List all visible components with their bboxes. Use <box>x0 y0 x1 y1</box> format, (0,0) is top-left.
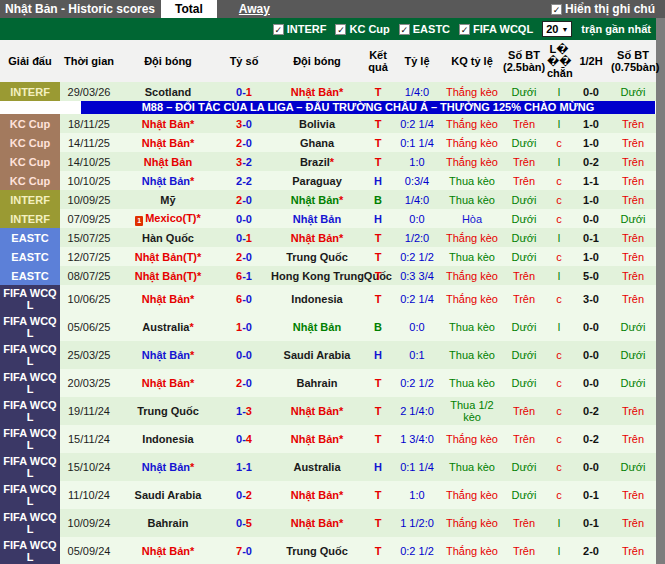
away-team-cell: Saudi Arabia <box>270 341 364 369</box>
home-team-cell: Nhật Bản* <box>118 133 218 152</box>
home-team-cell: Nhật Bản <box>118 152 218 171</box>
over-under-2-5-cell: Dưới <box>502 313 546 341</box>
filter-checkbox-eastc[interactable]: ✓EASTC <box>399 23 450 35</box>
league-cell: FIFA WCQL <box>0 397 60 425</box>
odds-result-cell: Thắng kèo <box>442 481 502 509</box>
favorite-star: * <box>339 86 343 98</box>
away-goals: 4 <box>246 433 252 445</box>
column-header-10: 1/2H <box>572 40 610 82</box>
away-goals: 0 <box>246 349 252 361</box>
over-under-0-75-cell: Trên <box>610 397 656 425</box>
match-row: FIFA WCQL20/03/25Nhật Bản*2-0BahrainT0:2… <box>0 369 656 397</box>
team-name-text: Ghana <box>300 137 334 149</box>
match-count-select[interactable]: 20 ▼ <box>542 21 572 37</box>
home-team-name: Nhật Bản(T)* <box>135 270 202 282</box>
checkbox-checked-icon[interactable]: ✓ <box>551 4 562 15</box>
away-team-cell: Nhật Bản <box>270 209 364 228</box>
filter-checkbox-kc-cup[interactable]: ✓KC Cup <box>335 23 389 35</box>
score-cell: 3-2 <box>218 152 270 171</box>
away-goals: 0 <box>246 321 252 333</box>
half-time-score-cell: 1-1 <box>572 171 610 190</box>
score-cell: 1-0 <box>218 313 270 341</box>
team-name-text: Nhật Bản(T) <box>135 251 197 263</box>
home-team-name: Nhật Bản* <box>142 545 195 557</box>
tab-away[interactable]: Away <box>225 0 284 18</box>
away-team-cell: Bahrain <box>270 369 364 397</box>
odd-even-cell: l <box>546 537 572 564</box>
score-cell: 1-3 <box>218 397 270 425</box>
favorite-star: * <box>190 293 194 305</box>
odds-result-cell: Thắng kèo <box>442 285 502 313</box>
away-team-cell: Indonesia <box>270 285 364 313</box>
away-team-cell: Bolivia <box>270 114 364 133</box>
over-under-0-75-cell: Trên <box>610 114 656 133</box>
column-header-5: Kết quả <box>364 40 392 82</box>
result-cell: T <box>364 285 392 313</box>
league-cell: FIFA WCQL <box>0 369 60 397</box>
over-under-2-5-cell: Trên <box>502 171 546 190</box>
result-cell: T <box>364 537 392 564</box>
away-goals: 0 <box>246 194 252 206</box>
odd-even-cell: l <box>546 82 572 101</box>
score-cell: 0-1 <box>218 82 270 101</box>
away-team-cell: Nhật Bản* <box>270 82 364 101</box>
checkbox-checked-icon[interactable]: ✓ <box>459 24 470 35</box>
team-name-text: Nhật Bản(T) <box>135 270 197 282</box>
team-name-text: Bahrain <box>148 517 189 529</box>
away-goals: 0 <box>246 545 252 557</box>
checkbox-checked-icon[interactable]: ✓ <box>335 24 346 35</box>
away-team-name: Nhật Bản <box>293 213 341 225</box>
favorite-star: * <box>190 545 194 557</box>
home-team-cell: Nhật Bản* <box>118 453 218 481</box>
half-time-score-cell: 0-0 <box>572 313 610 341</box>
match-row: KC Cup14/11/25Nhật Bản*2-0GhanaT0:1 1/4T… <box>0 133 656 152</box>
away-goals: 2 <box>246 156 252 168</box>
odd-even-cell: c <box>546 190 572 209</box>
odd-even-cell: c <box>546 397 572 425</box>
team-name-text: Nhật Bản <box>293 213 341 225</box>
score-cell: 6-1 <box>218 266 270 285</box>
tab-total[interactable]: Total <box>161 0 217 18</box>
home-team-cell: Nhật Bản* <box>118 537 218 564</box>
team-name-text: Nhật Bản <box>144 156 192 168</box>
date-cell: 15/11/24 <box>60 425 118 453</box>
filter-checkbox-interf[interactable]: ✓INTERF <box>273 23 327 35</box>
checkbox-checked-icon[interactable]: ✓ <box>399 24 410 35</box>
home-team-name: Nhật Bản* <box>142 293 195 305</box>
home-team-cell: Bahrain <box>118 509 218 537</box>
date-cell: 25/03/25 <box>60 341 118 369</box>
checkbox-checked-icon[interactable]: ✓ <box>273 24 284 35</box>
show-notes-checkbox[interactable]: ✓ Hiển thị ghi chú <box>551 2 665 16</box>
odds-result-cell: Thắng kèo <box>442 114 502 133</box>
handicap-odds-cell: 1/2:0 <box>392 228 442 247</box>
half-time-score-cell: 0-1 <box>572 228 610 247</box>
odds-result-cell: Thua kèo <box>442 369 502 397</box>
filter-label: EASTC <box>413 23 450 35</box>
odds-result-cell: Thắng kèo <box>442 82 502 101</box>
away-goals: 1 <box>246 232 252 244</box>
handicap-odds-cell: 0:3/4 <box>392 171 442 190</box>
team-name-text: Nhật Bản <box>142 175 190 187</box>
away-team-name: Indonesia <box>291 293 342 305</box>
over-under-2-5-cell: Trên <box>502 537 546 564</box>
half-time-score-cell: 1-0 <box>572 190 610 209</box>
result-cell: T <box>364 133 392 152</box>
half-time-score-cell: 3-0 <box>572 285 610 313</box>
filter-label: INTERF <box>287 23 327 35</box>
team-name-text: Nhật Bản <box>291 86 339 98</box>
ad-banner[interactable]: M88 – ĐỐI TÁC CỦA LA LIGA – ĐẤU TRƯỜNG C… <box>81 101 655 114</box>
away-team-name: Trung Quốc <box>286 251 348 263</box>
league-cell: FIFA WCQL <box>0 453 60 481</box>
filter-checkbox-fifa-wcql[interactable]: ✓FIFA WCQL <box>459 23 533 35</box>
team-name-text: Brazil <box>300 156 330 168</box>
away-goals: 2 <box>246 175 252 187</box>
score-cell: 3-0 <box>218 114 270 133</box>
score-cell: 2-0 <box>218 247 270 266</box>
column-header-9: L� �� chẵn <box>546 40 572 82</box>
score-cell: 2-0 <box>218 133 270 152</box>
league-cell: EASTC <box>0 266 60 285</box>
team-name-text: Saudi Arabia <box>284 349 351 361</box>
score-cell: 0-1 <box>218 228 270 247</box>
away-team-name: Nhật Bản* <box>291 433 344 445</box>
over-under-0-75-cell: Trên <box>610 247 656 266</box>
